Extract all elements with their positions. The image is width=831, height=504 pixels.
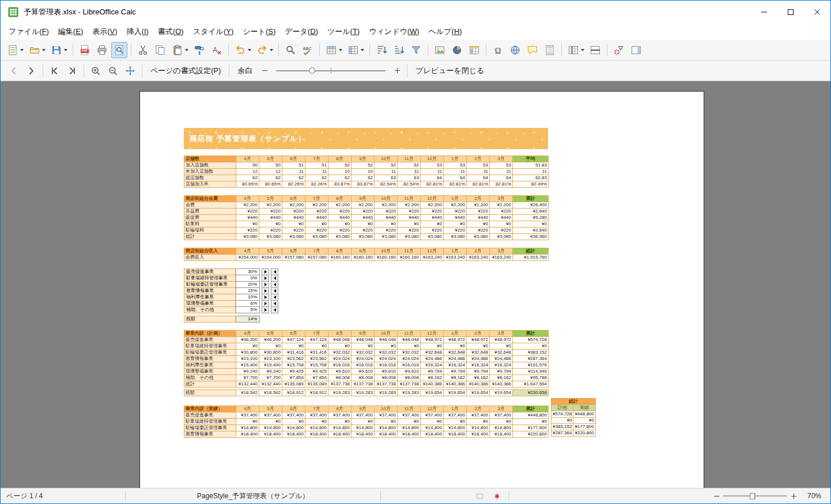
close-button[interactable]: [804, 1, 830, 24]
dropdown-caret-icon[interactable]: [581, 49, 584, 51]
dropdown-caret-icon[interactable]: [361, 49, 364, 51]
zoom-slider[interactable]: [723, 491, 787, 501]
menu-help[interactable]: ヘルプ(H): [424, 25, 467, 39]
split-window-button[interactable]: [587, 42, 603, 58]
zoom-slider-thumb[interactable]: [750, 493, 755, 499]
export-pdf-button[interactable]: PDF: [77, 42, 93, 58]
cell-value: ¥48,972: [490, 337, 513, 343]
sidebar-button[interactable]: [628, 42, 644, 58]
cell-value: ¥163,240: [444, 255, 467, 261]
menu-data[interactable]: データ(D): [280, 25, 323, 39]
insert-column-icon: [347, 44, 360, 56]
month-header: 12月: [421, 406, 444, 412]
insert-image-button[interactable]: [432, 42, 448, 58]
undo-button[interactable]: [232, 42, 253, 58]
cell-value: ¥15,400: [236, 362, 259, 369]
document-modified-icon[interactable]: [492, 491, 502, 501]
minimize-button[interactable]: [751, 1, 777, 24]
insert-comment-button[interactable]: [524, 42, 541, 58]
zoom-in-button[interactable]: [88, 63, 104, 79]
copy-icon: [154, 44, 167, 56]
dropdown-caret-icon[interactable]: [248, 49, 251, 51]
menu-view[interactable]: 表示(V): [88, 25, 122, 39]
menu-format[interactable]: 書式(O): [153, 25, 188, 39]
preview-zoom-decrease-icon[interactable]: [260, 66, 269, 75]
cell-value: 64: [490, 175, 513, 181]
spelling-button[interactable]: ABC: [300, 42, 316, 58]
percent-value: 14%: [236, 316, 260, 323]
cut-button[interactable]: [135, 42, 151, 58]
dropdown-caret-icon[interactable]: [64, 49, 67, 51]
sort-descending-button[interactable]: [391, 42, 407, 58]
decrease-button: [271, 306, 278, 313]
menu-edit[interactable]: 編集(E): [54, 25, 88, 39]
find-replace-button[interactable]: [282, 42, 299, 58]
menu-insert[interactable]: 挿入(I): [122, 25, 153, 39]
row-total: ¥95,788: [513, 375, 549, 381]
zoom-out-button[interactable]: [105, 63, 121, 79]
maximize-button[interactable]: [777, 1, 804, 24]
month-header: 5月: [259, 196, 282, 202]
full-screen-button[interactable]: [122, 63, 138, 79]
print-preview-icon: [113, 44, 126, 56]
margins-button[interactable]: 余白: [232, 63, 258, 78]
first-page-button[interactable]: [47, 63, 63, 79]
headers-footers-icon: [543, 44, 556, 56]
row-total: 82.49%: [513, 181, 549, 188]
month-header: 1月: [444, 156, 467, 162]
preview-zoom-slider[interactable]: [276, 65, 386, 77]
selection-mode-icon[interactable]: [474, 491, 485, 501]
preview-zoom-increase-icon[interactable]: [392, 66, 402, 75]
side-column-header: 計画: [552, 405, 573, 411]
cell-value: 64: [444, 175, 467, 181]
dropdown-caret-icon[interactable]: [20, 49, 24, 51]
dropdown-caret-icon[interactable]: [339, 49, 342, 51]
zoom-out-icon[interactable]: [712, 491, 721, 501]
previous-page-button[interactable]: [6, 63, 22, 79]
insert-pivot-table-button[interactable]: [466, 42, 482, 58]
insert-chart-button[interactable]: [449, 42, 465, 58]
last-page-button[interactable]: [64, 63, 80, 79]
month-header: 6月: [282, 331, 305, 337]
menu-window[interactable]: ウィンドウ(W): [364, 25, 424, 39]
copy-button[interactable]: [152, 42, 168, 58]
next-page-button[interactable]: [23, 63, 39, 79]
slider-thumb[interactable]: [309, 67, 315, 74]
menu-file[interactable]: ファイル(F): [4, 25, 54, 39]
cell-value: ¥46,200: [259, 337, 282, 343]
cell-value: ¥0: [259, 343, 282, 350]
format-page-button[interactable]: ページの書式設定(P): [145, 63, 226, 78]
menu-sheet[interactable]: シート(S): [238, 25, 280, 39]
freeze-panes-button[interactable]: [565, 42, 586, 58]
insert-column-button[interactable]: [345, 42, 366, 58]
special-character-button[interactable]: Ω: [490, 42, 506, 58]
sort-ascending-button[interactable]: [373, 42, 390, 58]
redo-button[interactable]: [254, 42, 275, 58]
menu-styles[interactable]: スタイル(Y): [188, 25, 239, 39]
print-preview-button[interactable]: [111, 42, 127, 58]
insert-hyperlink-button[interactable]: [507, 42, 523, 58]
menu-tools[interactable]: ツール(T): [323, 25, 364, 39]
headers-footers-button[interactable]: [542, 42, 558, 58]
zoom-in-icon[interactable]: [789, 491, 798, 501]
cell-value: ¥24,486: [467, 356, 490, 362]
cell-value: ¥220: [375, 209, 398, 215]
cell-value: ¥140,386: [421, 381, 444, 388]
print-button[interactable]: [94, 42, 110, 58]
paste-button[interactable]: [169, 42, 190, 58]
cell-value: ¥154,000: [236, 255, 259, 261]
open-button[interactable]: [27, 42, 47, 58]
cell-value: ¥220: [282, 209, 305, 215]
dropdown-caret-icon[interactable]: [270, 49, 273, 51]
dropdown-caret-icon[interactable]: [42, 49, 46, 51]
insert-row-button[interactable]: [323, 42, 344, 58]
new-document-button[interactable]: [5, 42, 25, 58]
cell-value: ¥14,800: [352, 425, 375, 431]
autofilter-button[interactable]: [408, 42, 424, 58]
clear-formatting-button[interactable]: A: [209, 42, 225, 58]
save-button[interactable]: [48, 42, 69, 58]
close-preview-button[interactable]: プレビューを閉じる: [410, 63, 489, 78]
clone-formatting-button[interactable]: [191, 42, 207, 58]
show-draw-functions-button[interactable]: [611, 42, 627, 58]
dropdown-caret-icon[interactable]: [185, 49, 188, 51]
